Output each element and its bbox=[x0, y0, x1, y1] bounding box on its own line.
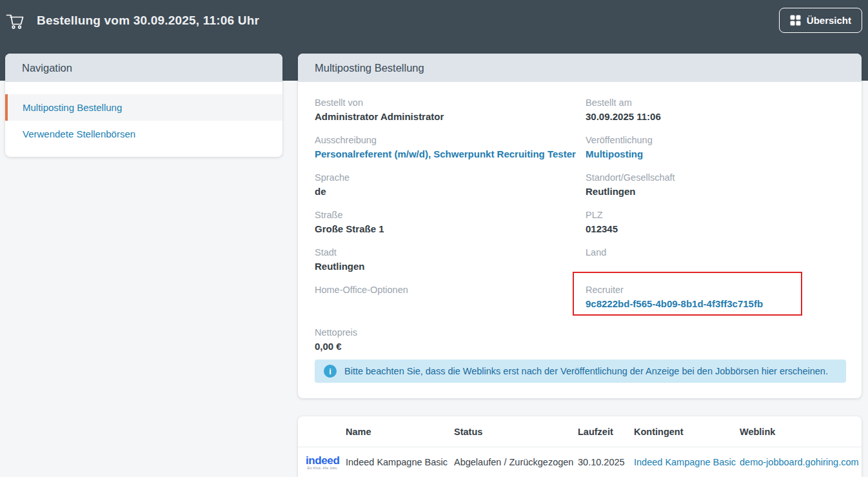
indeed-logo-tagline: Ein Klick. Alle Jobs. bbox=[307, 467, 338, 470]
field-value: Administrator Administrator bbox=[315, 110, 586, 123]
grid-table-icon bbox=[790, 15, 801, 26]
jobboard-kontingent-cell: Indeed Kampagne Basic bbox=[634, 457, 740, 467]
topbar-row: Bestellung vom 30.09.2025, 11:06 Uhr Übe… bbox=[0, 0, 868, 41]
jobboard-logo-cell: indeed Ein Klick. Alle Jobs. bbox=[298, 455, 346, 470]
field-value: 30.09.2025 11:06 bbox=[586, 110, 846, 123]
field-label: Straße bbox=[315, 208, 586, 222]
field-bestellt-am: Bestellt am 30.09.2025 11:06 bbox=[586, 96, 846, 123]
field-label: Bestellt am bbox=[586, 96, 846, 110]
field-home-office-optionen: Home-Office-Optionen bbox=[315, 283, 586, 316]
field-ausschreibung: Ausschreibung Personalreferent (m/w/d), … bbox=[315, 134, 586, 161]
navigation-card: Navigation Multiposting Bestellung Verwe… bbox=[5, 54, 282, 157]
field-value: Reutlingen bbox=[586, 185, 846, 198]
field-strasse: Straße Große Straße 1 bbox=[315, 208, 586, 236]
indeed-logo: indeed Ein Klick. Alle Jobs. bbox=[306, 455, 339, 470]
info-icon: i bbox=[324, 365, 337, 378]
shopping-cart-icon bbox=[5, 10, 25, 31]
recruiter-highlight-box: Recruiter 9c8222bd-f565-4b09-8b1d-4f3ff3… bbox=[573, 272, 802, 316]
recruiter-link[interactable]: 9c8222bd-f565-4b09-8b1d-4f3ff3c715fb bbox=[586, 297, 789, 310]
field-value: Reutlingen bbox=[315, 259, 586, 273]
jobboard-laufzeit: 30.10.2025 bbox=[578, 457, 634, 467]
field-standort-gesellschaft: Standort/Gesellschaft Reutlingen bbox=[586, 171, 846, 198]
multiposting-order-header: Multiposting Bestellung bbox=[298, 54, 862, 82]
indeed-logo-word: indeed bbox=[306, 455, 339, 466]
field-plz: PLZ 012345 bbox=[586, 208, 846, 236]
field-label: Land bbox=[586, 246, 846, 259]
jobboard-table-row: indeed Ein Klick. Alle Jobs. Indeed Kamp… bbox=[298, 447, 862, 477]
overview-button[interactable]: Übersicht bbox=[779, 8, 862, 33]
order-fields-grid: Bestellt von Administrator Administrator… bbox=[315, 96, 846, 363]
field-label: Veröffentlichung bbox=[586, 134, 846, 147]
field-value: 0,00 € bbox=[315, 340, 586, 353]
navigation-list: Multiposting Bestellung Verwendete Stell… bbox=[5, 82, 282, 157]
jobboard-status: Abgelaufen / Zurückgezogen bbox=[454, 457, 578, 467]
weblink-link[interactable]: demo-jobboard.gohiring.com bbox=[740, 457, 859, 467]
field-veroeffentlichung: Veröffentlichung Multiposting bbox=[586, 134, 846, 161]
field-value: Große Straße 1 bbox=[315, 222, 586, 236]
nav-item-multiposting-bestellung[interactable]: Multiposting Bestellung bbox=[5, 94, 282, 121]
ausschreibung-link[interactable]: Personalreferent (m/w/d), Schwerpunkt Re… bbox=[315, 147, 586, 161]
nav-item-verwendete-stellenboersen[interactable]: Verwendete Stellenbörsen bbox=[5, 121, 282, 147]
column-header-name: Name bbox=[346, 427, 454, 437]
overview-button-label: Übersicht bbox=[807, 15, 851, 26]
info-banner-text: Bitte beachten Sie, dass die Weblinks er… bbox=[344, 366, 828, 376]
navigation-card-header: Navigation bbox=[5, 54, 282, 82]
field-label: Recruiter bbox=[586, 283, 789, 297]
field-label: PLZ bbox=[586, 208, 846, 222]
field-nettopreis: Nettopreis 0,00 € bbox=[315, 326, 586, 353]
field-label: Home-Office-Optionen bbox=[315, 283, 586, 297]
field-label: Bestellt von bbox=[315, 96, 586, 110]
column-header-weblink: Weblink bbox=[740, 427, 862, 437]
field-land: Land bbox=[586, 246, 846, 273]
field-label: Sprache bbox=[315, 171, 586, 185]
field-value: de bbox=[315, 185, 586, 198]
veroeffentlichung-link[interactable]: Multiposting bbox=[586, 147, 846, 161]
field-sprache: Sprache de bbox=[315, 171, 586, 198]
field-recruiter: Recruiter 9c8222bd-f565-4b09-8b1d-4f3ff3… bbox=[586, 283, 846, 316]
column-header-laufzeit: Laufzeit bbox=[578, 427, 634, 437]
page-title: Bestellung vom 30.09.2025, 11:06 Uhr bbox=[37, 14, 259, 28]
field-label: Nettopreis bbox=[315, 326, 586, 340]
column-header-kontingent: Kontingent bbox=[634, 427, 740, 437]
column-header-status: Status bbox=[454, 427, 578, 437]
kontingent-link[interactable]: Indeed Kampagne Basic bbox=[634, 457, 736, 467]
field-label: Ausschreibung bbox=[315, 134, 586, 147]
field-bestellt-von: Bestellt von Administrator Administrator bbox=[315, 96, 586, 123]
field-stadt: Stadt Reutlingen bbox=[315, 246, 586, 273]
jobboard-name: Indeed Kampagne Basic bbox=[346, 457, 454, 467]
multiposting-order-card: Multiposting Bestellung Bestellt von Adm… bbox=[298, 54, 862, 398]
jobboard-weblink-cell: demo-jobboard.gohiring.com bbox=[740, 457, 862, 467]
multiposting-order-body: Bestellt von Administrator Administrator… bbox=[298, 82, 862, 398]
field-value: 012345 bbox=[586, 222, 846, 236]
weblinks-info-banner: i Bitte beachten Sie, dass die Weblinks … bbox=[315, 360, 846, 383]
field-label: Stadt bbox=[315, 246, 586, 259]
jobboards-table-header-row: Name Status Laufzeit Kontingent Weblink bbox=[298, 416, 862, 447]
field-label: Standort/Gesellschaft bbox=[586, 171, 846, 185]
jobboards-table-card: Name Status Laufzeit Kontingent Weblink … bbox=[298, 416, 862, 477]
